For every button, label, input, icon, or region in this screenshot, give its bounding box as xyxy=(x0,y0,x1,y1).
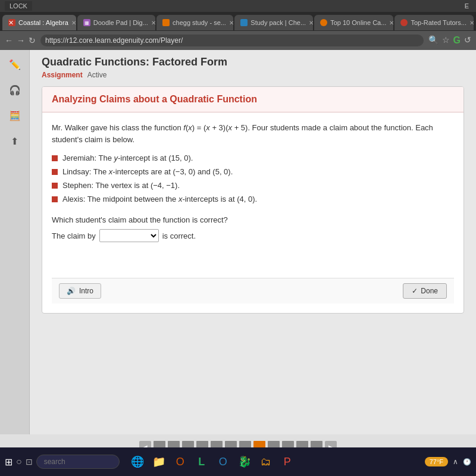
tab-favicon-5 xyxy=(320,19,327,26)
bookmark-icon[interactable]: ☆ xyxy=(442,35,450,46)
sidebar-icon-upload[interactable]: ⬆ xyxy=(7,133,23,149)
browser-chrome: LOCK E ✕ Coastal : Algebra ✕ ▦ Doodle Pa… xyxy=(0,0,476,50)
taskbar-dragon-icon[interactable]: 🐉 xyxy=(235,452,254,471)
taskbar-search-input[interactable] xyxy=(36,455,120,469)
tab-label-2: Doodle Pad | Dig... xyxy=(93,19,148,26)
taskbar-up-icon[interactable]: ∧ xyxy=(453,458,458,466)
back-icon[interactable]: ← xyxy=(5,36,13,45)
breadcrumb-status: Active xyxy=(87,71,107,79)
question-header: Analyzing Claims about a Quadratic Funct… xyxy=(42,87,464,112)
intro-label: Intro xyxy=(79,287,93,295)
taskbar-pdf-icon[interactable]: P xyxy=(278,452,297,471)
reload-icon[interactable]: ↻ xyxy=(29,36,36,45)
taskbar: ⊞ ○ ⊡ 🌐 📁 O L O 🐉 🗂 P 77°F ∧ 🕐 xyxy=(0,447,476,476)
tab-close-1[interactable]: ✕ xyxy=(71,20,76,26)
question-title: Analyzing Claims about a Quadratic Funct… xyxy=(52,94,454,105)
weather-display: 77°F xyxy=(425,457,448,466)
taskbar-office-icon[interactable]: O xyxy=(171,452,190,471)
taskbar-excel-icon[interactable]: L xyxy=(192,452,211,471)
done-button[interactable]: ✓ Done xyxy=(403,283,447,299)
claim-jeremiah-text: Jeremiah: The y-intercept is at (15, 0). xyxy=(62,154,193,162)
taskbar-files-icon[interactable]: 🗂 xyxy=(256,452,275,471)
claim-lindsay-text: Lindsay: The x-intercepts are at (−3, 0)… xyxy=(62,167,233,176)
answer-select[interactable]: Jeremiah Lindsay Stephen Alexis xyxy=(99,229,159,242)
intro-button[interactable]: 🔊 Intro xyxy=(59,283,101,299)
main-area: ✏️ 🎧 🧮 ⬆ Quadratic Functions: Factored F… xyxy=(0,50,476,434)
menu-icon[interactable]: ↺ xyxy=(464,35,471,46)
address-input[interactable] xyxy=(40,35,424,46)
tab-top10[interactable]: Top 10 Online Ca... ✕ xyxy=(314,15,393,30)
done-label: Done xyxy=(421,287,438,295)
bullet-3 xyxy=(52,183,58,189)
claim-stephen-text: Stephen: The vertex is at (−4, −1). xyxy=(62,181,180,190)
question-card: Analyzing Claims about a Quadratic Funct… xyxy=(42,86,464,314)
nav-icons: ← → ↻ xyxy=(5,36,36,45)
address-right-icons: 🔍 ☆ G ↺ xyxy=(428,35,471,46)
bullet-1 xyxy=(52,155,58,161)
tab-bar: ✕ Coastal : Algebra ✕ ▦ Doodle Pad | Dig… xyxy=(0,12,476,31)
tab-favicon-4 xyxy=(240,19,248,26)
checkmark-icon: ✓ xyxy=(412,287,418,295)
sidebar-icon-headphones[interactable]: 🎧 xyxy=(7,82,23,98)
taskbar-app-icons: 🌐 📁 O L O 🐉 🗂 P xyxy=(128,452,297,471)
question-body: Mr. Walker gave his class the function f… xyxy=(42,112,464,313)
left-sidebar: ✏️ 🎧 🧮 ⬆ xyxy=(0,50,30,434)
answer-section: Which student's claim about the function… xyxy=(52,215,454,242)
tab-label-4: Study pack | Che... xyxy=(250,19,306,26)
tab-label-6: Top-Rated Tutors... xyxy=(411,19,466,26)
content-panel: Quadratic Functions: Factored Form Assig… xyxy=(30,50,476,434)
tab-close-4[interactable]: ✕ xyxy=(309,20,313,26)
tab-favicon-6 xyxy=(400,19,408,26)
answer-question: Which student's claim about the function… xyxy=(52,215,454,224)
forward-icon[interactable]: → xyxy=(17,36,25,45)
tab-top-rated[interactable]: Top-Rated Tutors... ✕ xyxy=(394,15,474,30)
breadcrumb-assignment: Assignment xyxy=(42,71,83,79)
tab-close-5[interactable]: ✕ xyxy=(389,20,393,26)
answer-row: The claim by Jeremiah Lindsay Stephen Al… xyxy=(52,229,454,242)
tab-label-3: chegg study - se... xyxy=(173,19,226,26)
tab-label-1: Coastal : Algebra xyxy=(18,19,68,26)
problem-text: Mr. Walker gave his class the function f… xyxy=(52,122,454,145)
tab-favicon-2: ▦ xyxy=(83,19,90,26)
card-footer: 🔊 Intro ✓ Done xyxy=(52,278,454,303)
search-icon-taskbar[interactable]: ○ xyxy=(16,456,22,467)
tab-close-6[interactable]: ✕ xyxy=(469,20,474,26)
tab-coastal-algebra[interactable]: ✕ Coastal : Algebra ✕ xyxy=(2,15,76,30)
tab-chegg[interactable]: chegg study - se... ✕ xyxy=(156,15,233,30)
taskbar-teams-icon[interactable]: O xyxy=(214,452,233,471)
taskbar-folder-icon[interactable]: 📁 xyxy=(149,452,168,471)
tab-favicon-3 xyxy=(162,19,170,26)
taskbar-edge-icon[interactable]: 🌐 xyxy=(128,452,147,471)
page-title: Quadratic Functions: Factored Form xyxy=(42,56,464,68)
tab-close-2[interactable]: ✕ xyxy=(151,20,155,26)
taskbar-clock: 🕐 xyxy=(463,458,471,466)
claim-jeremiah: Jeremiah: The y-intercept is at (15, 0). xyxy=(52,154,454,162)
task-view-icon[interactable]: ⊡ xyxy=(26,457,33,466)
top-right-label: E xyxy=(462,1,471,11)
tab-doodle[interactable]: ▦ Doodle Pad | Dig... ✕ xyxy=(77,15,155,30)
tab-favicon-1: ✕ xyxy=(8,19,15,26)
taskbar-right: 77°F ∧ 🕐 xyxy=(425,457,471,466)
tab-close-3[interactable]: ✕ xyxy=(229,20,233,26)
claims-list: Jeremiah: The y-intercept is at (15, 0).… xyxy=(52,154,454,203)
claim-stephen: Stephen: The vertex is at (−4, −1). xyxy=(52,181,454,190)
bullet-4 xyxy=(52,196,58,202)
answer-prefix: The claim by xyxy=(52,231,96,240)
claim-lindsay: Lindsay: The x-intercepts are at (−3, 0)… xyxy=(52,167,454,176)
sidebar-icon-calculator[interactable]: 🧮 xyxy=(7,107,23,124)
windows-icon[interactable]: ⊞ xyxy=(5,456,12,468)
claim-alexis: Alexis: The midpoint between the x-inter… xyxy=(52,195,454,203)
top-label: LOCK xyxy=(5,1,32,11)
account-icon[interactable]: G xyxy=(453,35,461,46)
tab-label-5: Top 10 Online Ca... xyxy=(330,19,386,26)
search-icon[interactable]: 🔍 xyxy=(428,35,439,46)
breadcrumb: Assignment Active xyxy=(42,71,464,79)
answer-suffix: is correct. xyxy=(162,231,196,240)
bullet-2 xyxy=(52,169,58,175)
tab-study-pack[interactable]: Study pack | Che... ✕ xyxy=(234,15,313,30)
sidebar-icon-edit[interactable]: ✏️ xyxy=(7,56,23,73)
speaker-icon: 🔊 xyxy=(67,287,76,295)
address-bar: ← → ↻ 🔍 ☆ G ↺ xyxy=(0,31,476,50)
claim-alexis-text: Alexis: The midpoint between the x-inter… xyxy=(62,195,257,203)
